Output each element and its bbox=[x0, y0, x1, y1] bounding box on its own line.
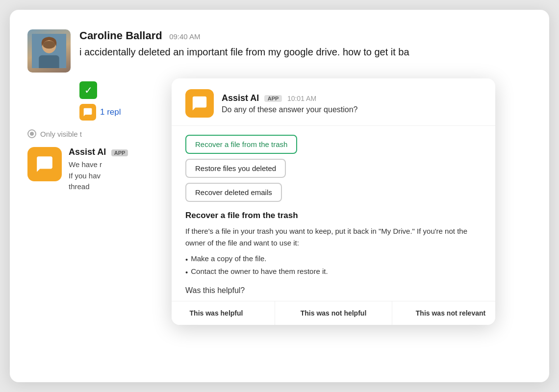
suggestion-btn-0[interactable]: Recover a file from the trash bbox=[185, 135, 297, 154]
assist-name: Assist AI bbox=[69, 147, 106, 157]
content-bullets: • Make a copy of the file. • Contact the… bbox=[185, 253, 482, 278]
feedback-btn-1[interactable]: This was not helpful bbox=[275, 301, 392, 325]
reply-text[interactable]: 1 repl bbox=[100, 107, 121, 117]
avatar bbox=[27, 29, 71, 73]
user-name: Caroline Ballard bbox=[79, 29, 162, 42]
assist-badge-bg: APP bbox=[111, 149, 128, 156]
bullet-dot-0: • bbox=[185, 254, 188, 266]
suggestion-btn-2[interactable]: Recover deleted emails bbox=[185, 183, 282, 202]
user-message: i accidentally deleted an important file… bbox=[79, 45, 532, 59]
content-section: Recover a file from the trash If there's… bbox=[185, 211, 482, 278]
popup-body: Recover a file from the trash Restore fi… bbox=[172, 126, 495, 295]
feedback-btn-2[interactable]: This was not relevant bbox=[392, 301, 495, 325]
was-helpful-label: Was this helpful? bbox=[185, 286, 482, 295]
content-title: Recover a file from the trash bbox=[185, 211, 482, 220]
outer-card: Caroline Ballard 09:40 AM i accidentally… bbox=[10, 10, 549, 382]
bullet-1: • Contact the owner to have them restore… bbox=[185, 266, 482, 278]
bullet-dot-1: • bbox=[185, 267, 188, 278]
eye-icon bbox=[27, 129, 36, 138]
user-time: 09:40 AM bbox=[169, 32, 200, 41]
popup-card: Assist AI APP 10:01 AM Do any of these a… bbox=[172, 78, 495, 325]
user-info: Caroline Ballard 09:40 AM i accidentally… bbox=[79, 29, 532, 59]
reply-icon bbox=[79, 104, 96, 121]
popup-header: Assist AI APP 10:01 AM Do any of these a… bbox=[172, 78, 495, 126]
assist-message: We have r If you hav thread bbox=[69, 159, 128, 193]
user-message-row: Caroline Ballard 09:40 AM i accidentally… bbox=[27, 29, 532, 73]
popup-name: Assist AI bbox=[222, 93, 259, 103]
visible-text: Only visible t bbox=[40, 130, 82, 138]
popup-question: Do any of these answer your question? bbox=[222, 105, 358, 114]
popup-time: 10:01 AM bbox=[287, 95, 316, 102]
feedback-btn-0[interactable]: This was helpful bbox=[172, 301, 275, 325]
assist-icon-bg bbox=[27, 147, 62, 181]
popup-assist-icon bbox=[185, 89, 214, 118]
content-paragraph: If there's a file in your trash you want… bbox=[185, 225, 482, 249]
feedback-buttons: This was helpful This was not helpful Th… bbox=[172, 301, 495, 325]
suggestion-buttons: Recover a file from the trash Restore fi… bbox=[185, 135, 482, 202]
assist-content: Assist AI APP We have r If you hav threa… bbox=[69, 147, 128, 193]
popup-badge: APP bbox=[264, 95, 282, 102]
popup-header-text: Assist AI APP 10:01 AM Do any of these a… bbox=[222, 93, 358, 114]
svg-rect-2 bbox=[39, 55, 59, 68]
bullet-0: • Make a copy of the file. bbox=[185, 253, 482, 266]
svg-point-3 bbox=[43, 41, 55, 49]
suggestion-btn-1[interactable]: Restore files you deleted bbox=[185, 159, 286, 178]
checkmark-icon: ✓ bbox=[79, 81, 97, 99]
